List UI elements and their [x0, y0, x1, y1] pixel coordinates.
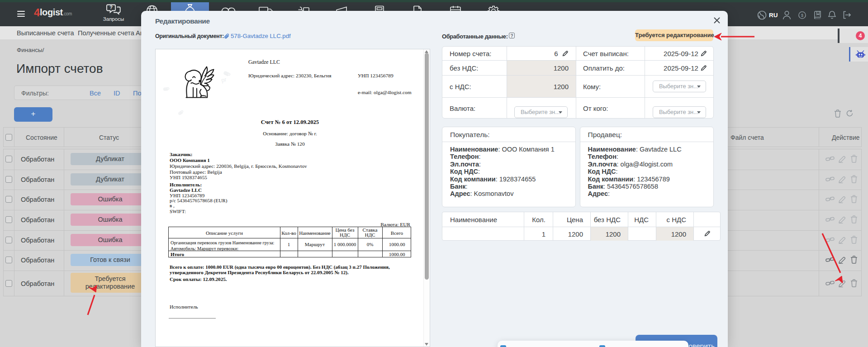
svg-text:?: ? — [109, 5, 113, 10]
svg-text:$: $ — [801, 13, 803, 18]
